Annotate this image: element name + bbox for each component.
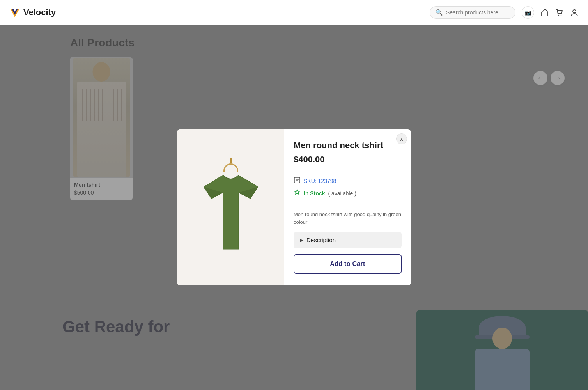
- cart-icon[interactable]: [555, 8, 564, 17]
- search-bar[interactable]: 🔍: [430, 6, 515, 19]
- camera-icon-wrap[interactable]: 📷: [522, 6, 534, 19]
- tshirt-svg: [192, 171, 270, 257]
- modal-divider-2: [294, 205, 402, 205]
- share-icon[interactable]: [540, 8, 549, 17]
- modal-close-button[interactable]: x: [396, 133, 407, 144]
- camera-icon: 📷: [525, 9, 531, 16]
- modal-overlay[interactable]: x: [0, 25, 588, 390]
- hanger: [223, 158, 239, 172]
- product-modal: x: [177, 129, 411, 285]
- available-text: ( available ): [328, 190, 356, 197]
- modal-stock-row: In Stock ( available ): [294, 189, 402, 198]
- sku-text: SKU: 123798: [304, 178, 336, 184]
- search-input[interactable]: [446, 9, 505, 16]
- modal-image-panel: [177, 129, 284, 285]
- in-stock-text: In Stock: [304, 190, 325, 197]
- modal-sku-row: SKU: 123798: [294, 177, 402, 185]
- header-right: 🔍 📷: [430, 6, 579, 19]
- description-accordion[interactable]: ▶ Description: [294, 232, 402, 248]
- modal-content-panel: Men round neck tshirt $400.00 SKU: 12379…: [284, 129, 411, 285]
- tshirt-display: [184, 133, 278, 282]
- add-to-cart-button[interactable]: Add to Cart: [294, 254, 402, 274]
- svg-point-3: [561, 15, 561, 16]
- accordion-arrow-icon: ▶: [300, 238, 303, 243]
- logo-icon: [9, 7, 20, 18]
- description-accordion-label: Description: [306, 237, 336, 243]
- header: Velocity 🔍 📷: [0, 0, 588, 25]
- svg-point-2: [558, 15, 559, 16]
- sku-icon: [294, 177, 301, 185]
- svg-point-4: [573, 10, 576, 13]
- stock-icon: [294, 189, 301, 198]
- svg-rect-5: [294, 177, 300, 183]
- modal-product-title: Men round neck tshirt: [294, 140, 402, 151]
- logo[interactable]: Velocity: [9, 7, 56, 18]
- logo-text: Velocity: [23, 7, 56, 18]
- modal-description-text: Men round neck tshirt with good quality …: [294, 211, 402, 226]
- search-icon: 🔍: [436, 9, 443, 16]
- modal-product-price: $400.00: [294, 154, 402, 165]
- page-background: All Products Men tshirt $500.00 ← →: [0, 25, 588, 390]
- user-icon[interactable]: [570, 8, 579, 17]
- modal-divider-1: [294, 172, 402, 172]
